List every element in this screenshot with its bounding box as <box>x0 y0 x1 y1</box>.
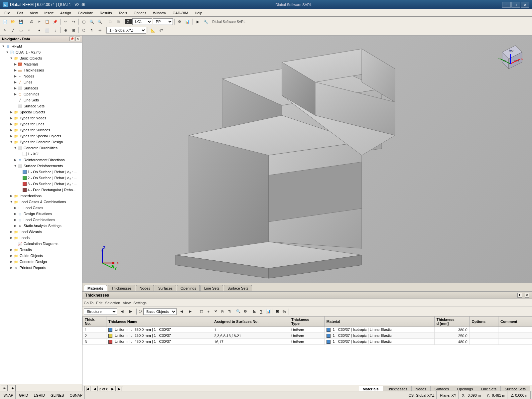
table-row[interactable]: 2 Uniform | d: 250.0 mm | 1 - C30/37 2,3… <box>83 333 532 339</box>
tb-new[interactable]: 📄 <box>1 18 9 25</box>
bp-icon-table[interactable]: ⊞ <box>274 308 281 315</box>
status-lgrid[interactable]: LGRID <box>32 391 47 399</box>
tree-item-types-nodes[interactable]: ▶ 📁 Types for Nodes <box>0 115 82 121</box>
bt-combo-prev[interactable]: ◀ <box>178 308 185 315</box>
bp-icon-filter[interactable]: 🔍 <box>235 308 242 315</box>
tree-item-openings[interactable]: ▶ ⬡ Openings <box>0 91 82 97</box>
bp-icon-copy[interactable]: ⎘ <box>219 308 226 315</box>
expand-printout[interactable]: ▶ <box>9 266 13 270</box>
expand-static[interactable]: ▶ <box>13 224 17 228</box>
tb2-front[interactable]: ⬡ <box>80 27 87 34</box>
tree-item-guide-objects[interactable]: ▶ 📁 Guide Objects <box>0 253 82 259</box>
bp-icon-percent[interactable]: % <box>281 308 288 315</box>
table-row[interactable]: 1 Uniform | d: 380.0 mm | 1 - C30/37 1 U… <box>83 327 532 333</box>
tree-item-results[interactable]: ▶ 📁 Results <box>0 247 82 253</box>
status-snap[interactable]: SNAP <box>1 391 16 399</box>
menu-tools[interactable]: Tools <box>115 10 130 16</box>
tree-item-static-analysis[interactable]: ▶ ⚙ Static Analysis Settings <box>0 223 82 229</box>
bt-prev-btn[interactable]: ◀ <box>118 308 126 315</box>
minimize-button[interactable]: − <box>502 2 511 8</box>
bp-edit[interactable]: Edit <box>96 301 102 305</box>
tree-item-load-wizards[interactable]: ▶ 📁 Load Wizards <box>0 229 82 235</box>
tb-paste[interactable]: 📌 <box>52 18 59 25</box>
tree-item-load-cases-item[interactable]: ▶ ⊢ Load Cases <box>0 205 82 211</box>
expand-load-combos[interactable]: ▶ <box>13 218 17 222</box>
tree-item-surfaces[interactable]: ▶ ⬜ Surfaces <box>0 85 82 91</box>
tb2-select[interactable]: ↖ <box>1 27 9 34</box>
structure-combo[interactable]: Structure <box>84 308 117 315</box>
tree-item-types-concrete[interactable]: ▼ 📁 Types for Concrete Design <box>0 139 82 145</box>
expand-types-nodes[interactable]: ▶ <box>9 116 13 120</box>
expand-surface-sets[interactable] <box>13 104 17 108</box>
tree-item-surface-reinf[interactable]: ▼ ⬜ Surface Reinforcements <box>0 163 82 169</box>
tb2-circle[interactable]: ○ <box>25 27 33 34</box>
tb2-label[interactable]: 🏷 <box>157 27 165 34</box>
tb2-move[interactable]: ✛ <box>96 27 103 34</box>
tree-item-thicknesses[interactable]: ▶ ▬ Thicknesses <box>0 67 82 73</box>
tb-copy[interactable]: 📋 <box>44 18 51 25</box>
bp-icon-select[interactable]: ▢ <box>198 308 205 315</box>
tb2-rotate[interactable]: ↻ <box>88 27 95 34</box>
vtab-materials[interactable]: Materials <box>84 285 107 291</box>
tb-zoom-in[interactable]: 🔍 <box>88 18 95 25</box>
expand-load-cases[interactable]: ▼ <box>9 200 13 204</box>
tree-item-concrete-design[interactable]: ▶ 📁 Concrete Design <box>0 259 82 265</box>
tb-cut[interactable]: ✂ <box>36 18 43 25</box>
tree-item-imperfections[interactable]: ▶ 📁 Imperfections <box>0 193 82 199</box>
bp-icon-sort[interactable]: ⇅ <box>226 308 233 315</box>
expand-openings[interactable]: ▶ <box>13 92 17 96</box>
vtab-thicknesses[interactable]: Thicknesses <box>108 285 135 291</box>
tree-item-concrete-dur[interactable]: ▼ ⬜ Concrete Durabilities <box>0 145 82 151</box>
tree-item-reinf-4[interactable]: 4 - Free Rectangular | Rebar | d₅ : <box>0 187 82 193</box>
tb-results[interactable]: 📊 <box>184 18 191 25</box>
expand-reinf-dir[interactable]: ▶ <box>13 158 17 162</box>
status-osnap[interactable]: OSNAP <box>67 391 85 399</box>
tree-item-loads[interactable]: ▶ 📁 Loads <box>0 235 82 241</box>
tree-item-lines[interactable]: ▶ ╱ Lines <box>0 79 82 85</box>
expand-guide[interactable]: ▶ <box>9 254 13 258</box>
menu-cadbim[interactable]: CAD-BIM <box>170 10 191 16</box>
expand-calc[interactable] <box>13 242 17 246</box>
tree-item-design-sit[interactable]: ▶ ⊞ Design Situations <box>0 211 82 217</box>
bp-goto[interactable]: Go To <box>84 301 93 305</box>
bp-selection[interactable]: Selection <box>105 301 120 305</box>
expand-load-wizards[interactable]: ▶ <box>9 230 13 234</box>
menu-insert[interactable]: Insert <box>41 10 57 16</box>
tree-item-types-special-obj[interactable]: ▶ 📁 Types for Special Objects <box>0 133 82 139</box>
tree-item-reinf-2[interactable]: 2 - On Surface | Rebar | d₅ : 10.0 m <box>0 175 82 181</box>
tb2-measure[interactable]: 📐 <box>149 27 157 34</box>
menu-results[interactable]: Results <box>97 10 115 16</box>
tree-item-reinf-3[interactable]: 3 - On Surface | Rebar | d₅ : 12.0 m <box>0 181 82 187</box>
tb-undo[interactable]: ↩ <box>62 18 69 25</box>
tree-item-types-lines[interactable]: ▶ 📁 Types for Lines <box>0 121 82 127</box>
tree-item-printout[interactable]: ▶ 🖨 Printout Reports <box>0 265 82 271</box>
bt-combo-next[interactable]: ▶ <box>187 308 194 315</box>
tb-view-2d[interactable]: ⊞ <box>114 18 122 25</box>
tb-open[interactable]: 📂 <box>9 18 17 25</box>
tree-item-materials[interactable]: ▶ 🧱 Materials <box>0 61 82 67</box>
tb-print[interactable]: 🖨 <box>28 18 35 25</box>
menu-calculate[interactable]: Calculate <box>75 10 96 16</box>
tree-item-rfem[interactable]: ▼ ⊞ RFEM <box>0 43 82 49</box>
tb2-surface[interactable]: ⬜ <box>44 27 51 34</box>
tree-item-load-combos[interactable]: ▶ ⊞ Load Combinations <box>0 217 82 223</box>
expand-concrete-dur[interactable]: ▼ <box>13 146 17 150</box>
tree-item-special-objects[interactable]: ▶ 📁 Special Objects <box>0 109 82 115</box>
lc-combo[interactable]: LC1 <box>132 18 152 25</box>
tb2-grid[interactable]: ⊞ <box>70 27 77 34</box>
tree-item-calc-diagrams[interactable]: 📈 Calculation Diagrams <box>0 241 82 247</box>
expand-types-special[interactable]: ▶ <box>9 134 13 138</box>
menu-view[interactable]: View <box>27 10 41 16</box>
tb-calc[interactable]: ⚙ <box>176 18 183 25</box>
menu-file[interactable]: File <box>1 10 13 16</box>
tree-item-surface-sets[interactable]: ⬜ Surface Sets <box>0 103 82 109</box>
tb-redo[interactable]: ↪ <box>70 18 77 25</box>
tree-item-types-surfaces[interactable]: ▶ 📁 Types for Surfaces <box>0 127 82 133</box>
tree-item-load-cases-folder[interactable]: ▼ 📁 Load Cases & Combinations <box>0 199 82 205</box>
tb2-snap[interactable]: ⊕ <box>62 27 69 34</box>
bp-settings[interactable]: Settings <box>133 301 147 305</box>
bottom-panel-close-btn[interactable]: ✕ <box>525 293 529 298</box>
viewport-3d[interactable]: top left front X Y Z <box>82 36 532 283</box>
expand-surface-reinf[interactable]: ▼ <box>13 164 17 168</box>
pp-combo[interactable]: PP <box>153 18 173 25</box>
